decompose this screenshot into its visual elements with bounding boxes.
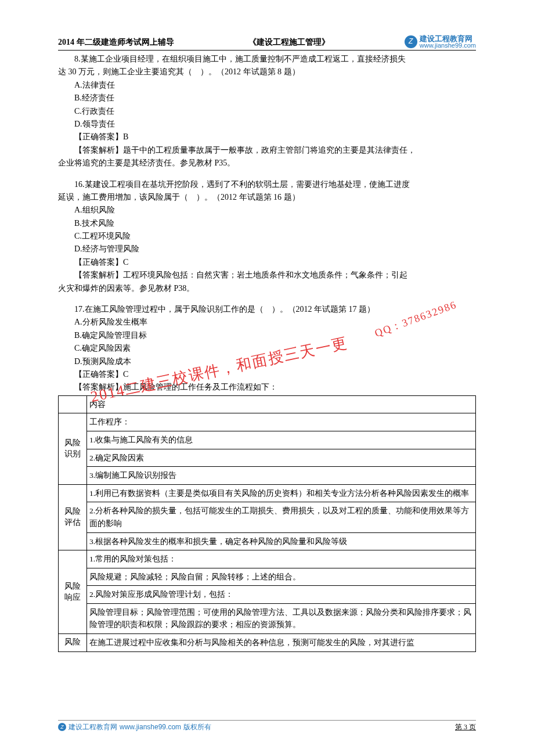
table-row: 风险 在施工进展过程中应收集和分析与风险相关的各种信息，预测可能发生的风险，对其… xyxy=(59,634,476,652)
cell: 风险管理目标；风险管理范围；可使用的风险管理方法、工具以及数据来源；风险分类和风… xyxy=(87,603,476,633)
q8-explain-line2: 企业将追究的主要是其经济责任。参见教材 P35。 xyxy=(58,157,476,170)
table-head-blank xyxy=(59,395,87,413)
header-left: 2014 年二级建造师考试网上辅导 xyxy=(58,36,174,49)
q16-explain-line2: 火灾和爆炸的因素等。参见教材 P38。 xyxy=(58,282,476,295)
q17-stem: 17.在施工风险管理过程中，属于风险识别工作的是（ ）。（2012 年试题第 1… xyxy=(58,303,476,316)
logo-url: www.jianshe99.com xyxy=(420,42,476,49)
footer: Z 建设工程教育网 www.jianshe99.com 版权所有 第 3 页 xyxy=(58,720,476,733)
q16-stem-line1: 16.某建设工程项目在基坑开挖阶段，遇到了不利的软弱土层，需要进行地基处理，使施… xyxy=(58,178,476,191)
cell: 2.风险对策应形成风险管理计划，包括： xyxy=(87,586,476,604)
table-row: 2.风险对策应形成风险管理计划，包括： xyxy=(59,586,476,604)
footer-copyright: 版权所有 xyxy=(183,722,211,733)
q16-answer: 【正确答案】C xyxy=(58,256,476,269)
row-label-respond: 风险响应 xyxy=(59,550,87,634)
spacer xyxy=(58,170,476,178)
spacer xyxy=(58,295,476,303)
q16-option-c: C.工程环境风险 xyxy=(58,230,476,243)
cell: 2.分析各种风险的损失量，包括可能发生的工期损失、费用损失，以及对工程的质量、功… xyxy=(87,502,476,532)
q17-option-d: D.预测风险成本 xyxy=(58,355,476,368)
table-row: 3.根据各种风险发生的概率和损失量，确定各种风险的风险量和风险等级 xyxy=(59,532,476,550)
cell: 2.确定风险因素 xyxy=(87,449,476,467)
q8-answer: 【正确答案】B xyxy=(58,131,476,143)
cell: 3.编制施工风险识别报告 xyxy=(87,467,476,485)
footer-site: 建设工程教育网 xyxy=(68,722,117,733)
q8-stem-line2: 达 30 万元，则施工企业主要追究其（ ）。（2012 年试题第 8 题） xyxy=(58,66,476,78)
cell: 在施工进展过程中应收集和分析与风险相关的各种信息，预测可能发生的风险，对其进行监 xyxy=(87,634,476,652)
q8-stem-line1: 8.某施工企业项目经理，在组织项目施工中，施工质量控制不严造成工程返工，直接经济… xyxy=(58,53,476,66)
logo-icon: Z xyxy=(405,35,417,48)
table-row: 风险响应 1.常用的风险对策包括： xyxy=(59,550,476,568)
table-row: 风险管理目标；风险管理范围；可使用的风险管理方法、工具以及数据来源；风险分类和风… xyxy=(59,603,476,633)
q16-option-b: B.技术风险 xyxy=(58,217,476,230)
page-number: 第 3 页 xyxy=(455,722,476,733)
q17-option-c: C.确定风险因素 xyxy=(58,342,476,355)
q8-option-c: C.行政责任 xyxy=(58,105,476,118)
row-label-monitor: 风险 xyxy=(59,634,87,652)
risk-table: 内容 风险识别 工作程序： 1.收集与施工风险有关的信息 2.确定风险因素 3.… xyxy=(58,395,476,652)
q17-explain: 【答案解析】施工风险管理的工作任务及工作流程如下： xyxy=(58,381,476,394)
q8-option-b: B.经济责任 xyxy=(58,92,476,105)
cell: 1.常用的风险对策包括： xyxy=(87,550,476,568)
q16-explain-line1: 【答案解析】工程环境风险包括：自然灾害；岩土地质条件和水文地质条件；气象条件；引… xyxy=(58,269,476,282)
row-label-assess: 风险评估 xyxy=(59,484,87,550)
table-row: 风险识别 工作程序： xyxy=(59,413,476,431)
q8-explain-line1: 【答案解析】题干中的工程质量事故属于一般事故，政府主管部门将追究的主要是其法律责… xyxy=(58,144,476,157)
logo: Z 建设工程教育网 www.jianshe99.com xyxy=(405,35,476,49)
table-row: 2.确定风险因素 xyxy=(59,449,476,467)
table-row: 3.编制施工风险识别报告 xyxy=(59,467,476,485)
cell: 1.利用已有数据资料（主要是类似项目有关风险的历史资料）和相关专业方法分析各种风… xyxy=(87,484,476,502)
header-mid: 《建设工程施工管理》 xyxy=(248,36,330,49)
q8-option-d: D.领导责任 xyxy=(58,118,476,131)
q16-stem-line2: 延误，施工费用增加，该风险属于（ ）。（2012 年试题第 16 题） xyxy=(58,191,476,204)
q16-option-a: A.组织风险 xyxy=(58,204,476,217)
table-row: 风险评估 1.利用已有数据资料（主要是类似项目有关风险的历史资料）和相关专业方法… xyxy=(59,484,476,502)
cell: 风险规避；风险减轻；风险自留；风险转移；上述的组合。 xyxy=(87,568,476,586)
q17-option-a: A.分析风险发生概率 xyxy=(58,316,476,329)
cell: 3.根据各种风险发生的概率和损失量，确定各种风险的风险量和风险等级 xyxy=(87,532,476,550)
table-head-content: 内容 xyxy=(87,395,476,413)
cell: 1.收集与施工风险有关的信息 xyxy=(87,431,476,449)
footer-logo-icon: Z xyxy=(58,723,66,731)
q17-option-b: B.确定风险管理目标 xyxy=(58,329,476,342)
cell: 工作程序： xyxy=(87,413,476,431)
page: 2014 年二级建造师考试网上辅导 《建设工程施工管理》 Z 建设工程教育网 w… xyxy=(0,0,534,756)
q16-option-d: D.经济与管理风险 xyxy=(58,243,476,255)
table-row: 内容 xyxy=(59,395,476,413)
row-label-identify: 风险识别 xyxy=(59,413,87,484)
table-row: 风险规避；风险减轻；风险自留；风险转移；上述的组合。 xyxy=(59,568,476,586)
table-row: 2.分析各种风险的损失量，包括可能发生的工期损失、费用损失，以及对工程的质量、功… xyxy=(59,502,476,532)
q17-answer: 【正确答案】C xyxy=(58,368,476,381)
page-header: 2014 年二级建造师考试网上辅导 《建设工程施工管理》 Z 建设工程教育网 w… xyxy=(58,35,476,51)
footer-url: www.jianshe99.com xyxy=(120,722,181,733)
q8-option-a: A.法律责任 xyxy=(58,79,476,92)
table-row: 1.收集与施工风险有关的信息 xyxy=(59,431,476,449)
